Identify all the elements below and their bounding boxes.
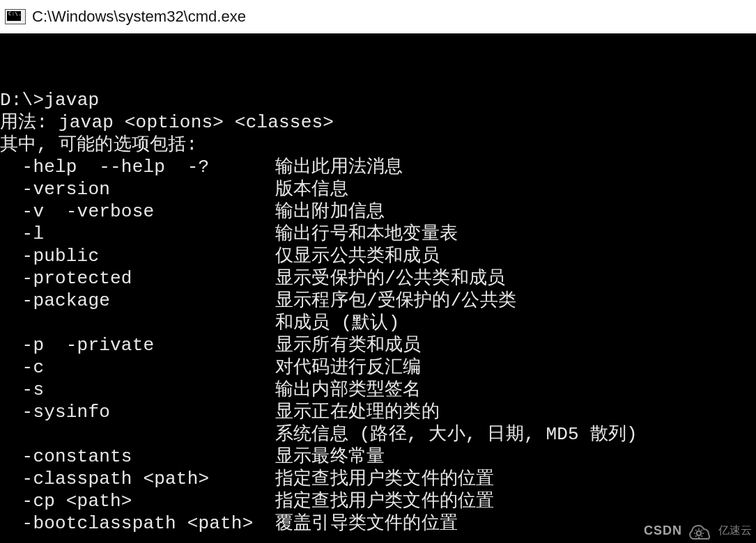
window-title: C:\Windows\system32\cmd.exe xyxy=(32,8,246,26)
svg-point-0 xyxy=(697,531,701,535)
usage-line: 用法: javap <options> <classes> xyxy=(0,112,334,133)
watermark: CSDN 亿速云 xyxy=(644,521,752,540)
watermark-left: CSDN xyxy=(644,524,682,538)
options-list: -help --help -? 输出此用法消息 -version 版本信息 -v… xyxy=(0,157,638,534)
watermark-brand: 亿速云 xyxy=(718,524,752,538)
terminal-output[interactable]: D:\>javap 用法: javap <options> <classes> … xyxy=(0,33,756,543)
cloud-icon xyxy=(685,521,716,540)
options-intro: 其中, 可能的选项包括: xyxy=(0,134,197,155)
window-titlebar[interactable]: C:\. C:\Windows\system32\cmd.exe xyxy=(0,0,756,33)
prompt-line: D:\>javap xyxy=(0,90,99,111)
cmd-icon: C:\. xyxy=(4,8,26,25)
